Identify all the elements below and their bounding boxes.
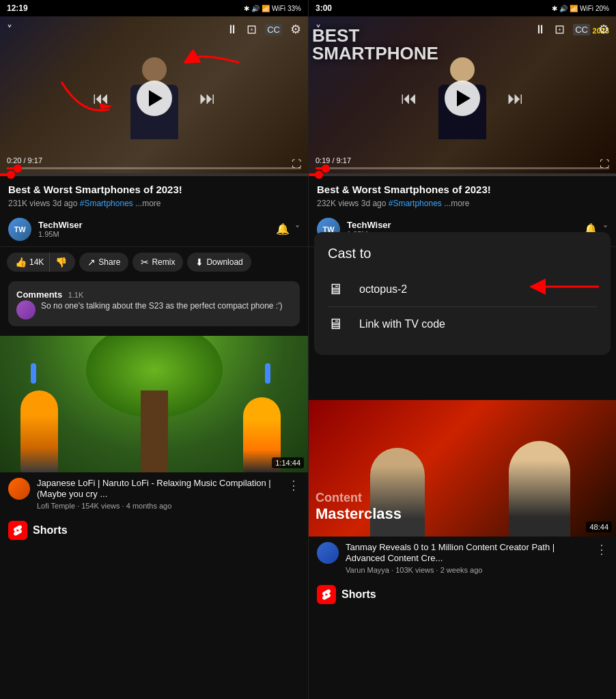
left-video-controls[interactable]: ˅ ⏸ ⊡ CC ⚙ ⏮ [0,16,308,173]
right-center-controls[interactable]: ⏮ ⏭ [309,81,616,116]
left-video-card[interactable]: 1:14:44 Japanese LoFi | Naruto LoFi - Re… [0,336,308,516]
right-status-time: 3:00 [316,3,332,13]
right-progress-bar[interactable] [316,167,609,169]
cc-icon[interactable]: CC [265,24,282,35]
cast-device-name: octopus-2 [359,283,407,296]
right-shorts-logo [317,585,336,604]
right-video-meta: 232K views 3d ago #Smartphones ...more [317,199,608,208]
left-progress-bar[interactable] [7,167,301,169]
left-card-thumbnail: 1:14:44 [0,336,308,472]
red-arrow-annotation-2 [55,75,123,126]
network-icon: 📶 [262,5,270,12]
left-time-ago: 3d ago [53,199,78,208]
left-card-info[interactable]: Japanese LoFi | Naruto LoFi - Relaxing M… [0,472,308,516]
right-video-card[interactable]: Content Masterclass 48:44 Tanmay Reveals… [309,400,616,580]
left-video-title: Best & Worst Smartphones of 2023! [8,183,300,197]
left-download-button[interactable]: ⬇ Download [187,253,251,272]
left-hashtag: #Smartphones [80,199,133,208]
right-views: 232K views [317,199,359,208]
right-card-details: Tanmay Reveals 0 to 1 Million Content Cr… [346,542,589,575]
right-top-controls[interactable]: ˅ ⏸ ⊡ CC ⚙ [309,16,616,42]
left-more-link[interactable]: ...more [135,199,160,208]
left-comment-text: So no one's talking about the S23 as the… [41,300,282,312]
right-settings-icon[interactable]: ⚙ [598,22,609,37]
right-video-player[interactable]: BESTSMARTPHONE 2023 ˅ ⏸ ⊡ CC ⚙ ⏮ ⏭ 0 [309,16,616,173]
left-like-button[interactable]: 👍 14K [7,253,50,272]
right-skip-prev-icon[interactable]: ⏮ [401,89,417,108]
right-cast-icon[interactable]: ⊡ [555,22,565,37]
left-shorts-section[interactable]: Shorts [0,515,308,545]
left-bottom-controls: 0:20 / 9:17 ⛶ [0,154,308,173]
left-comments-section[interactable]: Comments 1.1K So no one's talking about … [8,281,300,326]
fullscreen-icon[interactable]: ⛶ [292,158,301,169]
left-chevron-icon[interactable]: ˅ [295,224,300,235]
total-time: 9:17 [28,156,42,165]
left-channel-avatar[interactable]: TW [8,218,31,241]
right-play-button[interactable] [445,81,480,116]
left-share-button[interactable]: ↗ Share [79,253,128,272]
current-time: 0:20 [7,156,21,165]
right-channel-name[interactable]: TechWiser [347,220,584,230]
right-cc-icon[interactable]: CC [573,24,590,35]
left-card-title: Japanese LoFi | Naruto LoFi - Relaxing M… [37,478,281,501]
left-phone-panel: 12:19 ✱ 🔊 📶 WiFi 33% ˅ ⏸ ⊡ CC ⚙ [0,0,308,699]
left-card-channel-avatar [8,478,30,500]
left-card-details: Japanese LoFi | Naruto LoFi - Relaxing M… [37,478,281,511]
left-bell-icon[interactable]: 🔔 [276,223,290,236]
right-shorts-section[interactable]: Shorts [309,580,616,610]
right-battery: 20% [596,5,609,12]
left-progress-dot [14,165,22,173]
right-card-info[interactable]: Tanmay Reveals 0 to 1 Million Content Cr… [309,537,616,580]
left-views: 231K views [8,199,50,208]
left-card-duration: 1:14:44 [272,457,304,468]
right-fullscreen-icon[interactable]: ⛶ [600,158,609,169]
left-center-controls[interactable]: ⏮ ⏭ [0,81,308,116]
settings-icon[interactable]: ⚙ [290,22,301,37]
cast-link-item[interactable]: 🖥 Link with TV code [328,306,597,341]
right-total-time: 9:17 [337,156,351,165]
left-dislike-button[interactable]: 👎 [50,253,75,272]
masterclass-subtitle-label: Masterclass [316,505,609,523]
left-comment-avatar [16,300,36,319]
chevron-down-icon[interactable]: ˅ [7,23,12,36]
left-action-buttons[interactable]: 👍 14K 👎 ↗ Share ✂ Remix ⬇ Download [0,247,308,277]
right-card-menu-icon[interactable]: ⋮ [596,542,608,557]
download-icon: ⬇ [195,257,204,268]
left-seekbar-container[interactable] [0,173,308,176]
right-card-title: Tanmay Reveals 0 to 1 Million Content Cr… [346,542,589,565]
left-seekbar-dot [7,171,15,179]
right-card-thumbnail: Content Masterclass 48:44 [309,400,616,537]
right-network-icon: 📶 [570,5,578,12]
right-current-time: 0:19 [316,156,330,165]
cast-title: Cast to [328,246,597,261]
right-video-info: Best & Worst Smartphones of 2023! 232K v… [309,176,616,212]
right-video-controls[interactable]: ˅ ⏸ ⊡ CC ⚙ ⏮ ⏭ 0:19 / 9:17 [309,16,616,173]
left-card-thumbnail-bg [0,336,308,472]
right-chevron-down-icon[interactable]: ˅ [316,23,321,36]
right-progress-dot [322,165,330,173]
right-more-link[interactable]: ...more [444,199,469,208]
left-channel-actions[interactable]: 🔔 ˅ [276,223,300,236]
right-status-bar: 3:00 ✱ 🔊 📶 WiFi 20% [309,0,616,16]
share-icon: ↗ [87,257,96,268]
skip-next-icon[interactable]: ⏭ [199,89,216,108]
left-channel-info: TechWiser 1.95M [38,220,276,238]
right-video-title: Best & Worst Smartphones of 2023! [317,183,608,197]
right-pause-icon[interactable]: ⏸ [534,23,546,37]
cast-icon[interactable]: ⊡ [247,22,257,37]
left-channel-name[interactable]: TechWiser [38,220,276,230]
left-channel-row: TW TechWiser 1.95M 🔔 ˅ [0,212,308,247]
cast-red-arrow [524,270,606,306]
tree-trunk [141,390,168,472]
left-remix-button[interactable]: ✂ Remix [132,253,183,272]
left-top-controls[interactable]: ˅ ⏸ ⊡ CC ⚙ [0,16,308,42]
left-like-dislike-group[interactable]: 👍 14K 👎 [7,253,75,272]
right-seekbar-container[interactable] [309,173,616,176]
dislike-icon: 👎 [55,257,67,268]
right-skip-next-icon[interactable]: ⏭ [507,89,524,108]
left-card-menu-icon[interactable]: ⋮ [288,478,300,493]
left-video-player[interactable]: ˅ ⏸ ⊡ CC ⚙ ⏮ [0,16,308,173]
play-button[interactable] [137,81,172,116]
anime-char-left [20,390,58,472]
left-time-display: 0:20 / 9:17 [7,156,301,165]
